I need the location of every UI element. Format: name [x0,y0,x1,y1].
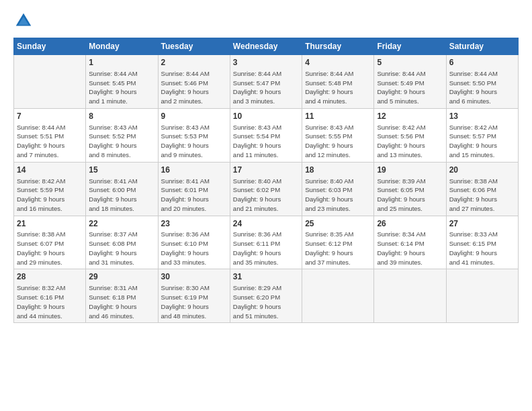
day-info: Sunrise: 8:44 AMSunset: 5:48 PMDaylight:… [305,69,371,106]
day-cell: 7Sunrise: 8:44 AMSunset: 5:51 PMDaylight… [14,108,86,162]
day-cell: 2Sunrise: 8:44 AMSunset: 5:46 PMDaylight… [158,55,230,109]
day-cell: 31Sunrise: 8:29 AMSunset: 6:20 PMDayligh… [230,269,302,323]
day-info: Sunrise: 8:42 AMSunset: 5:59 PMDaylight:… [17,177,83,214]
day-cell: 17Sunrise: 8:40 AMSunset: 6:02 PMDayligh… [230,162,302,216]
day-cell: 9Sunrise: 8:43 AMSunset: 5:53 PMDaylight… [158,108,230,162]
day-info: Sunrise: 8:31 AMSunset: 6:18 PMDaylight:… [89,283,154,320]
day-cell: 27Sunrise: 8:33 AMSunset: 6:15 PMDayligh… [446,216,518,269]
header-cell-friday: Friday [374,38,446,55]
day-info: Sunrise: 8:40 AMSunset: 6:03 PMDaylight:… [305,177,371,214]
day-cell: 23Sunrise: 8:36 AMSunset: 6:10 PMDayligh… [158,216,230,269]
day-info: Sunrise: 8:34 AMSunset: 6:14 PMDaylight:… [377,230,443,267]
day-info: Sunrise: 8:32 AMSunset: 6:16 PMDaylight:… [17,283,83,320]
day-info: Sunrise: 8:37 AMSunset: 6:08 PMDaylight:… [89,230,154,267]
header-cell-monday: Monday [86,38,158,55]
header-cell-sunday: Sunday [14,38,86,55]
day-cell: 10Sunrise: 8:43 AMSunset: 5:54 PMDayligh… [230,108,302,162]
day-info: Sunrise: 8:41 AMSunset: 6:01 PMDaylight:… [161,177,227,214]
day-info: Sunrise: 8:44 AMSunset: 5:46 PMDaylight:… [161,69,227,106]
week-row-5: 28Sunrise: 8:32 AMSunset: 6:16 PMDayligh… [14,269,519,323]
day-number: 23 [161,218,227,230]
header-cell-wednesday: Wednesday [230,38,302,55]
day-info: Sunrise: 8:30 AMSunset: 6:19 PMDaylight:… [161,283,227,320]
day-cell: 18Sunrise: 8:40 AMSunset: 6:03 PMDayligh… [302,162,374,216]
day-number: 10 [233,111,299,122]
day-number: 9 [161,111,227,122]
calendar-page: SundayMondayTuesdayWednesdayThursdayFrid… [0,0,532,411]
day-info: Sunrise: 8:43 AMSunset: 5:54 PMDaylight:… [233,123,299,160]
day-number: 15 [89,165,154,176]
day-info: Sunrise: 8:44 AMSunset: 5:49 PMDaylight:… [377,69,443,106]
day-info: Sunrise: 8:41 AMSunset: 6:00 PMDaylight:… [89,177,154,214]
header-cell-saturday: Saturday [446,38,518,55]
day-number: 14 [17,165,83,176]
day-cell: 11Sunrise: 8:43 AMSunset: 5:55 PMDayligh… [302,108,374,162]
day-number: 22 [89,218,154,230]
day-number: 11 [305,111,371,122]
day-info: Sunrise: 8:39 AMSunset: 6:05 PMDaylight:… [377,177,443,214]
day-cell: 30Sunrise: 8:30 AMSunset: 6:19 PMDayligh… [158,269,230,323]
day-number: 12 [377,111,443,122]
day-number: 7 [17,111,83,122]
header-cell-tuesday: Tuesday [158,38,230,55]
day-number: 13 [449,111,515,122]
logo-icon [13,11,34,31]
day-number: 8 [89,111,154,122]
day-info: Sunrise: 8:43 AMSunset: 5:53 PMDaylight:… [161,123,227,160]
day-cell: 6Sunrise: 8:44 AMSunset: 5:50 PMDaylight… [446,55,518,109]
day-number: 17 [233,165,299,176]
day-cell: 16Sunrise: 8:41 AMSunset: 6:01 PMDayligh… [158,162,230,216]
day-number: 2 [161,57,227,68]
day-info: Sunrise: 8:43 AMSunset: 5:52 PMDaylight:… [89,123,154,160]
day-cell [14,55,86,109]
day-cell: 3Sunrise: 8:44 AMSunset: 5:47 PMDaylight… [230,55,302,109]
day-info: Sunrise: 8:38 AMSunset: 6:07 PMDaylight:… [17,230,83,267]
day-cell: 14Sunrise: 8:42 AMSunset: 5:59 PMDayligh… [14,162,86,216]
day-cell: 21Sunrise: 8:38 AMSunset: 6:07 PMDayligh… [14,216,86,269]
day-number: 26 [377,218,443,230]
week-row-2: 7Sunrise: 8:44 AMSunset: 5:51 PMDaylight… [14,108,519,162]
day-number: 25 [305,218,371,230]
header [13,11,519,31]
day-cell [374,269,446,323]
day-info: Sunrise: 8:44 AMSunset: 5:45 PMDaylight:… [89,69,154,106]
day-number: 16 [161,165,227,176]
header-row: SundayMondayTuesdayWednesdayThursdayFrid… [14,38,519,55]
day-number: 20 [449,165,515,176]
day-cell: 25Sunrise: 8:35 AMSunset: 6:12 PMDayligh… [302,216,374,269]
day-number: 4 [305,57,371,68]
day-cell: 28Sunrise: 8:32 AMSunset: 6:16 PMDayligh… [14,269,86,323]
logo [13,11,36,31]
day-info: Sunrise: 8:44 AMSunset: 5:47 PMDaylight:… [233,69,299,106]
day-info: Sunrise: 8:42 AMSunset: 5:57 PMDaylight:… [449,123,515,160]
day-info: Sunrise: 8:38 AMSunset: 6:06 PMDaylight:… [449,177,515,214]
day-cell: 26Sunrise: 8:34 AMSunset: 6:14 PMDayligh… [374,216,446,269]
day-number: 29 [89,271,154,283]
day-info: Sunrise: 8:42 AMSunset: 5:56 PMDaylight:… [377,123,443,160]
day-cell: 8Sunrise: 8:43 AMSunset: 5:52 PMDaylight… [86,108,158,162]
day-number: 21 [17,218,83,230]
day-cell: 1Sunrise: 8:44 AMSunset: 5:45 PMDaylight… [86,55,158,109]
day-number: 19 [377,165,443,176]
day-info: Sunrise: 8:44 AMSunset: 5:51 PMDaylight:… [17,123,83,160]
day-info: Sunrise: 8:29 AMSunset: 6:20 PMDaylight:… [233,283,299,320]
week-row-1: 1Sunrise: 8:44 AMSunset: 5:45 PMDaylight… [14,55,519,109]
day-number: 31 [233,271,299,283]
header-cell-thursday: Thursday [302,38,374,55]
day-cell: 19Sunrise: 8:39 AMSunset: 6:05 PMDayligh… [374,162,446,216]
day-number: 6 [449,57,515,68]
day-number: 1 [89,57,154,68]
day-number: 5 [377,57,443,68]
calendar-table: SundayMondayTuesdayWednesdayThursdayFrid… [13,38,519,323]
week-row-4: 21Sunrise: 8:38 AMSunset: 6:07 PMDayligh… [14,216,519,269]
day-info: Sunrise: 8:36 AMSunset: 6:11 PMDaylight:… [233,230,299,267]
day-number: 24 [233,218,299,230]
day-cell: 13Sunrise: 8:42 AMSunset: 5:57 PMDayligh… [446,108,518,162]
day-cell [446,269,518,323]
day-info: Sunrise: 8:43 AMSunset: 5:55 PMDaylight:… [305,123,371,160]
day-cell: 12Sunrise: 8:42 AMSunset: 5:56 PMDayligh… [374,108,446,162]
day-cell: 22Sunrise: 8:37 AMSunset: 6:08 PMDayligh… [86,216,158,269]
day-number: 28 [17,271,83,283]
day-info: Sunrise: 8:44 AMSunset: 5:50 PMDaylight:… [449,69,515,106]
day-cell: 20Sunrise: 8:38 AMSunset: 6:06 PMDayligh… [446,162,518,216]
